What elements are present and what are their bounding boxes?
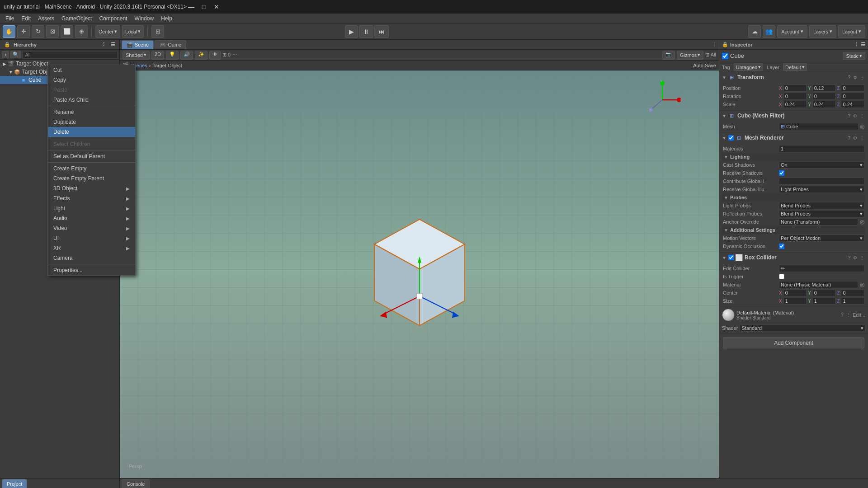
transform-help-btn[interactable]: ? — [847, 75, 851, 80]
mat-help-btn[interactable]: ? — [840, 312, 844, 318]
scale-tool[interactable]: ⊠ — [46, 25, 59, 38]
box-collider-header[interactable]: ▼ ⬜ Box Collider ? ⚙ ⋮ — [719, 253, 868, 263]
ctx-create-empty-parent[interactable]: Create Empty Parent — [48, 174, 135, 183]
is-trigger-cb[interactable] — [779, 274, 784, 279]
menu-component[interactable]: Component — [95, 14, 131, 23]
close-button[interactable]: ✕ — [212, 2, 221, 11]
hand-tool[interactable]: ✋ — [3, 25, 15, 38]
ctx-set-default-parent[interactable]: Set as Default Parent — [48, 151, 135, 161]
transform-settings-btn[interactable]: ⚙ — [852, 75, 858, 80]
ctx-xr[interactable]: XR ▶ — [48, 243, 135, 253]
ctx-ui[interactable]: UI ▶ — [48, 233, 135, 243]
ctx-effects[interactable]: Effects ▶ — [48, 193, 135, 203]
receive-shadows-cb[interactable] — [779, 170, 784, 176]
mf-more-btn[interactable]: ⋮ — [859, 113, 865, 118]
center-y[interactable]: 0 — [812, 289, 836, 296]
hierarchy-search-icon[interactable]: 🔍 — [10, 51, 21, 58]
menu-help[interactable]: Help — [157, 14, 176, 23]
mat-more-btn[interactable]: ⋮ — [845, 312, 852, 318]
ctx-properties[interactable]: Properties... — [48, 265, 135, 275]
rect-tool[interactable]: ⬜ — [61, 25, 73, 38]
lighting-subsection[interactable]: ▼ Lighting — [722, 153, 865, 161]
effects-btn[interactable]: ✨ — [195, 51, 208, 60]
layout-button[interactable]: Layout ▾ — [838, 25, 865, 38]
pause-button[interactable]: ⏸ — [359, 25, 373, 38]
2d-toggle[interactable]: 2D — [151, 51, 164, 60]
hierarchy-lock[interactable]: 🔒 — [3, 42, 12, 47]
ctx-audio[interactable]: Audio ▶ — [48, 213, 135, 223]
mr-more-btn[interactable]: ⋮ — [859, 136, 865, 141]
transform-more-btn[interactable]: ⋮ — [859, 75, 865, 80]
mat-edit-btn[interactable]: Edit... — [853, 312, 865, 318]
transform-tool[interactable]: ⊕ — [75, 25, 88, 38]
mf-help-btn[interactable]: ? — [847, 113, 851, 118]
light-probes-dropdown[interactable]: Blend Probes ▾ — [779, 202, 864, 209]
autosave-toggle[interactable]: Auto Save — [693, 63, 716, 68]
layers-button[interactable]: Layers ▾ — [809, 25, 836, 38]
maximize-button[interactable]: □ — [199, 2, 208, 11]
menu-file[interactable]: File — [2, 14, 18, 23]
ctx-paste-as-child[interactable]: Paste As Child — [48, 95, 135, 105]
snap-btn[interactable]: ⋯ — [232, 52, 237, 58]
menu-gameobject[interactable]: GameObject — [58, 14, 95, 23]
step-button[interactable]: ⏭ — [374, 25, 389, 38]
gizmos-dropdown[interactable]: Gizmos ▾ — [677, 51, 703, 60]
inspector-lock[interactable]: 🔒 — [722, 42, 728, 47]
mr-enabled-cb[interactable] — [728, 135, 734, 141]
inspector-menu[interactable]: ☰ — [861, 42, 865, 47]
add-component-button[interactable]: Add Component — [723, 338, 864, 348]
mf-settings-btn[interactable]: ⚙ — [852, 113, 858, 118]
object-enabled-checkbox[interactable] — [722, 53, 728, 59]
mesh-renderer-header[interactable]: ▼ ⊞ Mesh Renderer ? ⚙ ⋮ — [719, 133, 868, 143]
position-z[interactable]: 0 — [841, 84, 864, 92]
layer-dropdown[interactable]: Default ▾ — [783, 63, 807, 71]
additional-settings-subsection[interactable]: ▼ Additional Settings — [722, 226, 865, 234]
collider-material-field[interactable]: None (Physic Material) — [779, 281, 858, 288]
dynamic-occlusion-cb[interactable] — [779, 244, 784, 249]
project-tab[interactable]: Project — [2, 479, 27, 488]
probes-subsection[interactable]: ▼ Probes — [722, 193, 865, 202]
scale-x[interactable]: 0.24 — [783, 101, 807, 108]
shading-dropdown[interactable]: Shaded ▾ — [123, 51, 150, 60]
mr-settings-btn[interactable]: ⚙ — [852, 136, 858, 141]
transform-dropdown[interactable]: Local ▾ — [122, 25, 144, 38]
scale-z[interactable]: 0.24 — [841, 101, 864, 108]
rotation-x[interactable]: 0 — [783, 93, 807, 100]
mesh-target-btn[interactable]: ◎ — [860, 123, 864, 130]
mesh-filter-header[interactable]: ▼ ⊞ Cube (Mesh Filter) ? ⚙ ⋮ — [719, 111, 868, 121]
scale-y[interactable]: 0.24 — [812, 101, 836, 108]
bc-more-btn[interactable]: ⋮ — [859, 255, 865, 260]
rotation-z[interactable]: 0 — [841, 93, 864, 100]
size-x[interactable]: 1 — [783, 297, 807, 305]
scene-tab[interactable]: 🎬 Scene — [122, 40, 154, 49]
menu-window[interactable]: Window — [131, 14, 157, 23]
bc-help-btn[interactable]: ? — [847, 255, 851, 260]
cloud-btn[interactable]: ☁ — [748, 25, 761, 38]
ctx-copy[interactable]: Copy — [48, 75, 135, 85]
cast-shadows-dropdown[interactable]: On ▾ — [779, 161, 864, 169]
receive-gi-dropdown[interactable]: Light Probes ▾ — [779, 186, 864, 193]
account-button[interactable]: Account ▾ — [777, 25, 807, 38]
collider-material-target[interactable]: ◎ — [860, 282, 864, 288]
ctx-3d-object[interactable]: 3D Object ▶ — [48, 183, 135, 193]
pivot-dropdown[interactable]: Center ▾ — [95, 25, 120, 38]
transform-header[interactable]: ▼ ⊞ Transform ? ⚙ ⋮ — [719, 72, 868, 82]
edit-collider-btn[interactable]: ✏ — [779, 265, 864, 272]
ctx-duplicate[interactable]: Duplicate — [48, 117, 135, 127]
center-x[interactable]: 0 — [783, 289, 807, 296]
inspector-more[interactable]: ⋮ — [854, 42, 859, 47]
rotate-tool[interactable]: ↻ — [32, 25, 44, 38]
camera-btn[interactable]: 📷 — [662, 51, 675, 60]
collab-btn[interactable]: 👥 — [763, 25, 775, 38]
motion-vectors-dropdown[interactable]: Per Object Motion ▾ — [779, 235, 864, 242]
ctx-rename[interactable]: Rename — [48, 107, 135, 117]
hidden-objects-btn[interactable]: 👁 — [209, 51, 221, 60]
minimize-button[interactable]: — — [187, 2, 196, 11]
anchor-override-field[interactable]: None (Transform) — [779, 218, 858, 225]
center-z[interactable]: 0 — [841, 289, 864, 296]
move-tool[interactable]: ✛ — [17, 25, 30, 38]
lighting-btn[interactable]: 💡 — [166, 51, 179, 60]
ctx-camera[interactable]: Camera — [48, 253, 135, 263]
hierarchy-add-btn[interactable]: + — [2, 51, 9, 58]
shader-dropdown[interactable]: Standard ▾ — [740, 324, 865, 332]
